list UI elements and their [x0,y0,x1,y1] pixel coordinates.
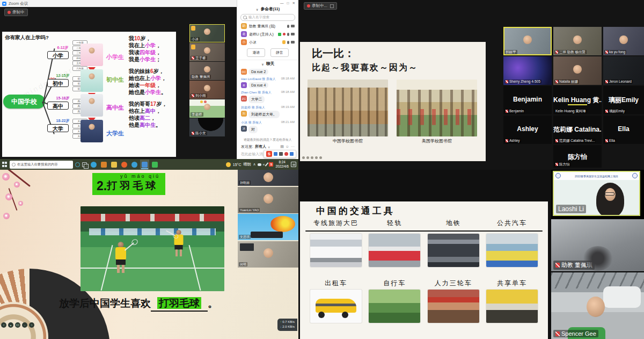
participant-video-tile[interactable]: 陈方怡陈方怡 [553,145,602,168]
cloud-icon[interactable] [258,163,261,166]
invite-button[interactable]: 邀请 [247,48,265,57]
participant-video-tile[interactable]: ka yu fong [603,27,644,55]
ime-toolbox-icon[interactable] [290,152,294,156]
participant-video-tile[interactable]: Natalia 丽娜 [553,56,602,85]
presenter-control-button[interactable]: ▲ [8,322,13,328]
participant-video-tile[interactable]: YuanLin YAO [238,187,298,213]
muted-mic-icon [506,110,508,113]
search-icon [243,16,247,19]
participant-avatar: 小 [241,39,247,45]
participant-video-tile[interactable]: Jeron Leonard [603,56,644,85]
presenter-control-button[interactable]: > [29,322,34,328]
chevron-down-icon[interactable]: ∨ [256,8,259,11]
ie-icon[interactable] [130,160,139,169]
participant-video-tile[interactable]: 2022春季美国学生汉语远程网上项目Laoshi Li [553,171,640,216]
participant-video-tile[interactable]: 助教 董佩琪 [189,62,225,80]
participant-face [264,194,273,204]
chat-header[interactable]: ∨ 聊天 [237,60,298,68]
participant-video-tile[interactable]: Spencer Gee [551,272,644,339]
chat-bubble: 刘老师是大哥。 [248,111,280,118]
sogou-icon[interactable]: S [266,151,272,157]
explorer-icon[interactable] [109,160,119,169]
participant-name-label: 刘小雨 [191,93,207,98]
zoom-icon[interactable] [140,160,149,169]
transport-column: 公共汽车 [484,219,540,267]
task-view-icon[interactable] [82,162,87,167]
emoji-icon[interactable]: ☺ [286,145,289,149]
participant-video-tile[interactable]: 璃丽Emily璃丽Emily [603,86,644,114]
transport-photo-rickshaw [428,290,479,323]
file-icon[interactable]: ▤ [280,145,284,149]
presenter-control-button[interactable]: < [1,322,6,328]
passage-line: 我的哥哥17岁， [129,100,175,107]
start-button-icon[interactable] [2,162,8,167]
participant-video-tile[interactable]: Sherry Zheng 4-505 [503,56,552,85]
ime-mode-icon[interactable] [274,152,277,156]
sogou-tray-icon[interactable]: S [269,162,273,167]
participant-video-tile[interactable]: Kelin Huang 黄...Kelin Huang 黄柯琳 [553,86,602,114]
more-icon[interactable]: ⋯ [291,145,295,149]
participant-video-tile[interactable]: EllaElla [603,116,644,144]
level-illustration [80,69,103,92]
minimize-button[interactable]: — [280,1,284,5]
wechat-icon[interactable] [150,160,159,169]
presenter-control-button[interactable]: CC [15,322,20,328]
pen-icon[interactable] [265,162,269,166]
tray-chevron-icon[interactable]: ∧ [253,162,255,167]
chat-message-list[interactable]: DCDa xue 2Han Lin/David 致 所有人08:18 AMRDa… [237,68,298,136]
chevron-down-icon[interactable]: ∨ [261,62,264,66]
participant-video-tile[interactable]: 助教 董佩琪 [551,219,644,271]
window-titlebar[interactable]: Zoom 会议 [0,0,237,7]
badminton-photo [80,206,224,291]
weather-temp[interactable]: 15°C [233,163,241,167]
passage-line: 我读四年级， [129,49,175,56]
send-to-dropdown[interactable]: 所有人 [255,144,266,149]
action-center-icon[interactable] [291,162,296,167]
participant-video-tile[interactable]: 三班 助教 杨佳慧 [553,27,602,55]
participant-video-tile[interactable]: 小冰 [189,24,225,42]
ime-keyboard-icon[interactable] [279,152,283,156]
participant-video-tile[interactable]: 文思琪 [238,214,298,240]
chat-avatar: 冰 [241,126,247,132]
taskbar-clock[interactable]: 8:24 2022/4/6 [275,160,289,169]
ime-mic-icon[interactable] [284,152,288,156]
participant-video-tile[interactable]: AshleyAshley [503,116,552,144]
participant-video-tile[interactable]: 刘小雨 [189,81,225,99]
cortana-icon[interactable] [75,162,80,167]
participants-header[interactable]: ∨ 参会者(11) [237,5,298,13]
participant-video-tile[interactable]: 李老师 [189,99,225,118]
participant-video-tile[interactable]: 陈小文 [189,118,225,136]
pillow [603,286,641,308]
participant-row[interactable]: 小小冰 [237,38,298,46]
weather-sun-icon[interactable] [226,162,231,167]
participant-row[interactable]: 助助教 董佩琪 (我) [237,22,298,30]
participant-video-tile[interactable]: 王子睿 [189,43,225,61]
maximize-button[interactable]: □ [287,1,289,5]
participant-video-tile[interactable]: 范莉娜 Catalina...范莉娜 Catalina Trevi... [553,116,602,144]
chat-privacy-hint: 谁能看到你的消息？发送给所有人 [237,136,298,143]
chevron-down-icon[interactable]: ∨ [268,145,270,149]
firefox-icon[interactable] [120,160,129,169]
photos-icon[interactable] [99,160,108,169]
participant-face [204,28,210,35]
taskbar-search-input[interactable]: 在这里输入你要搜索的内容 [10,161,73,169]
participant-video-tile[interactable]: 郭丽平 [503,27,552,55]
weather-desc[interactable]: 晴朗 [243,162,251,167]
program-logo-left [555,173,561,178]
participant-video-tile[interactable]: 孙晓丽 [238,170,298,186]
system-tray: ∧ « S [253,162,273,167]
participant-video-tile[interactable]: 何明 [238,241,298,268]
mute-button[interactable]: 静音 [270,48,289,57]
close-button[interactable]: ✕ [292,1,295,5]
passage-line: 我的妹妹6岁， [129,68,175,75]
participant-name-label: 陈小文 [191,131,207,135]
participant-name: 老师Li (主持人) [249,32,274,37]
presenter-control-button[interactable]: − [22,322,27,328]
edge-icon[interactable] [89,160,98,169]
participant-row[interactable]: 老老师Li (主持人) [237,30,298,38]
participant-video-tile[interactable]: BenjaminBenjamin [503,86,552,114]
participant-search-input[interactable]: 输入名字搜索 [240,14,295,21]
sogou-input-bar[interactable]: S [264,150,296,158]
cam-icon [291,33,295,35]
chat-avatar: ZC [241,96,247,102]
